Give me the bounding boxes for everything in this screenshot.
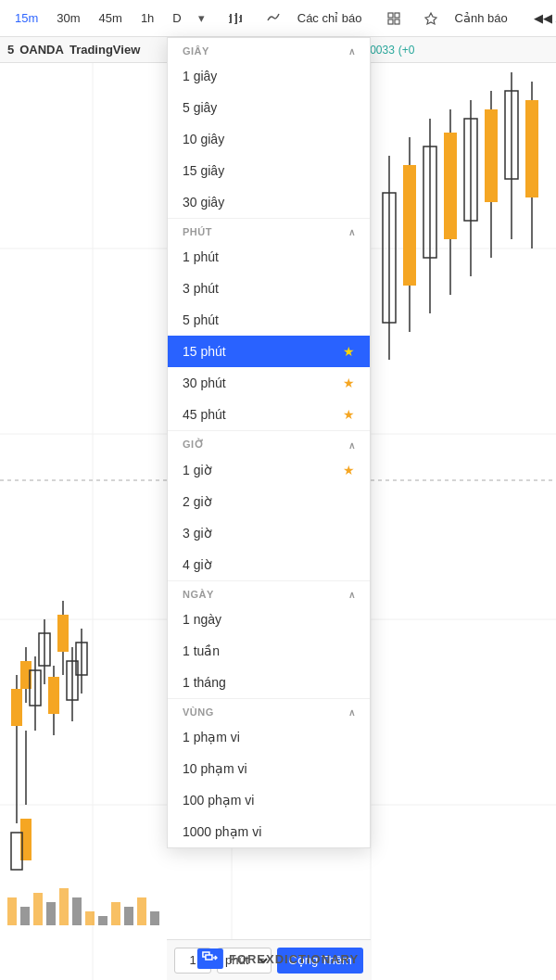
svg-rect-76 (124, 907, 133, 925)
item-10-giay[interactable]: 10 giây (168, 123, 370, 155)
cac-chi-bao-btn[interactable]: Các chỉ báo (290, 7, 370, 29)
section-gio-header: GIỜ (168, 430, 370, 454)
section-gio-chevron[interactable] (348, 439, 356, 451)
item-45-phut[interactable]: 45 phút ★ (168, 399, 370, 430)
item-15-phut-star: ★ (343, 344, 355, 359)
item-4-gio-label: 4 giờ (183, 557, 212, 572)
item-3-phut-label: 3 phút (183, 281, 219, 296)
section-gio-label: GIỜ (183, 439, 204, 451)
toolbar: 15m 30m 45m 1h D ▾ Các chỉ báo (0, 0, 556, 37)
timeframe-dropdown: GIÂY 1 giây 5 giây 10 giây 15 giây 30 gi… (167, 37, 371, 848)
item-1-thang-label: 1 tháng (183, 675, 226, 690)
price-change-pct: (+0 (398, 44, 415, 57)
section-vung-label: VÙNG (183, 706, 214, 718)
item-1-gio[interactable]: 1 giờ ★ (168, 454, 370, 486)
item-30-giay[interactable]: 30 giây (168, 186, 370, 218)
item-30-phut[interactable]: 30 phút ★ (168, 367, 370, 399)
item-5-phut[interactable]: 5 phút (168, 304, 370, 336)
xe-btn[interactable]: ◀◀ Xe (526, 7, 556, 29)
canh-bao-btn[interactable]: Cảnh báo (448, 7, 515, 29)
svg-rect-75 (111, 902, 120, 925)
svg-rect-11 (388, 19, 393, 24)
timeframe-1h[interactable]: 1h (133, 7, 161, 29)
item-1-ngay-label: 1 ngày (183, 612, 221, 627)
item-1-pham-vi[interactable]: 1 phạm vi (168, 721, 370, 753)
svg-rect-5 (234, 23, 237, 24)
svg-rect-0 (230, 14, 232, 23)
section-vung-header: VÙNG (168, 698, 370, 721)
forex-logo-icon (197, 948, 223, 969)
svg-rect-6 (240, 15, 242, 22)
section-phut-label: PHÚT (183, 226, 212, 237)
item-1-tuan-label: 1 tuần (183, 643, 220, 658)
item-1-giay[interactable]: 1 giây (168, 60, 370, 92)
section-giay-header: GIÂY (168, 38, 370, 60)
svg-rect-1 (229, 16, 232, 17)
item-10-pham-vi[interactable]: 10 phạm vi (168, 753, 370, 784)
item-3-phut[interactable]: 3 phút (168, 273, 370, 304)
section-ngay-header: NGÀY (168, 580, 370, 604)
timeframe-chevron-btn[interactable]: ▾ (193, 7, 210, 29)
svg-rect-70 (46, 902, 56, 925)
svg-rect-56 (525, 100, 538, 197)
svg-rect-10 (395, 13, 399, 18)
svg-rect-38 (48, 677, 59, 714)
item-45-phut-star: ★ (343, 407, 355, 422)
item-10-giay-label: 10 giây (183, 132, 224, 146)
timeframe-30m[interactable]: 30m (49, 7, 87, 29)
svg-rect-3 (235, 13, 237, 24)
item-1-giay-label: 1 giây (183, 69, 217, 83)
item-1-pham-vi-label: 1 phạm vi (183, 730, 240, 745)
svg-rect-72 (72, 897, 82, 925)
svg-rect-34 (11, 689, 22, 726)
alert-icon[interactable] (418, 7, 444, 30)
item-2-gio[interactable]: 2 giờ (168, 486, 370, 517)
timeframe-D[interactable]: D (165, 7, 188, 29)
svg-rect-74 (98, 916, 107, 925)
item-3-gio-label: 3 giờ (183, 526, 212, 541)
svg-rect-4 (234, 15, 237, 16)
item-1-tuan[interactable]: 1 tuần (168, 635, 370, 667)
symbol-broker: OANDA (19, 43, 64, 57)
svg-rect-77 (137, 897, 146, 925)
svg-rect-7 (239, 17, 242, 18)
item-5-giay[interactable]: 5 giây (168, 92, 370, 123)
item-3-gio[interactable]: 3 giờ (168, 517, 370, 549)
section-vung-chevron[interactable] (348, 706, 356, 718)
item-1-ngay[interactable]: 1 ngày (168, 604, 370, 635)
item-15-giay[interactable]: 15 giây (168, 155, 370, 186)
item-1-phut[interactable]: 1 phút (168, 241, 370, 273)
timeframe-15m[interactable]: 15m (7, 7, 45, 29)
svg-rect-73 (85, 911, 95, 925)
item-1000-pham-vi[interactable]: 1000 phạm vi (168, 816, 370, 847)
item-10-pham-vi-label: 10 phạm vi (183, 761, 247, 776)
svg-rect-48 (444, 133, 457, 239)
section-phut-header: PHÚT (168, 218, 370, 241)
section-giay-chevron[interactable] (348, 45, 356, 57)
svg-rect-44 (403, 165, 416, 286)
item-2-gio-label: 2 giờ (183, 494, 212, 509)
item-100-pham-vi[interactable]: 100 phạm vi (168, 784, 370, 816)
section-phut-chevron[interactable] (348, 226, 356, 237)
forex-logo-text: FOREXDICTIONARY (229, 952, 359, 966)
item-15-phut[interactable]: 15 phút ★ (168, 336, 370, 367)
item-30-giay-label: 30 giây (183, 195, 224, 210)
item-100-pham-vi-label: 100 phạm vi (183, 793, 254, 808)
item-4-gio[interactable]: 4 giờ (168, 549, 370, 580)
item-1-thang[interactable]: 1 tháng (168, 667, 370, 698)
item-15-giay-label: 15 giây (183, 163, 224, 178)
svg-rect-2 (229, 22, 232, 23)
item-1-gio-star: ★ (343, 463, 355, 477)
section-ngay-chevron[interactable] (348, 589, 356, 600)
svg-rect-80 (206, 955, 212, 960)
timeframe-45m[interactable]: 45m (92, 7, 130, 29)
item-30-phut-star: ★ (343, 375, 355, 390)
svg-rect-69 (33, 893, 43, 925)
svg-rect-68 (20, 907, 30, 925)
grid-icon[interactable] (381, 7, 407, 30)
item-5-phut-label: 5 phút (183, 312, 219, 327)
item-45-phut-label: 45 phút (183, 407, 226, 422)
indicators-icon[interactable] (260, 7, 286, 30)
item-5-giay-label: 5 giây (183, 100, 217, 115)
bar-type-icon[interactable] (221, 6, 249, 31)
